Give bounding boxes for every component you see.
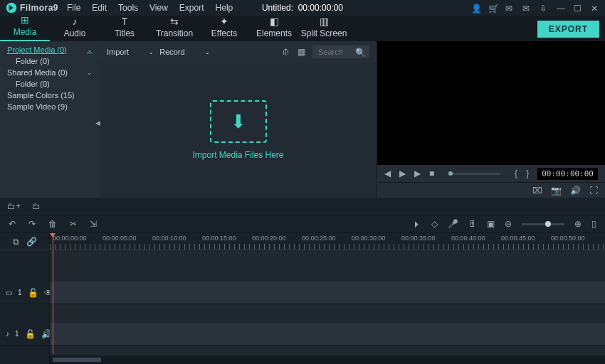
ruler-label: 00:00:20:00: [252, 235, 286, 242]
playhead[interactable]: [53, 233, 53, 354]
next-frame-button[interactable]: ▶: [414, 168, 421, 178]
menu-tools[interactable]: Tools: [118, 3, 138, 13]
zoom-thumb[interactable]: [545, 221, 551, 227]
timeline-body[interactable]: 00:00:00:00 00:00:05:00 00:00:10:00 00:0…: [50, 233, 605, 364]
track-spacer: [50, 250, 605, 282]
play-button[interactable]: ▶: [399, 168, 406, 178]
tab-transition[interactable]: ⇆Transition: [149, 16, 199, 41]
tab-transition-label: Transition: [156, 28, 193, 38]
timeline-tracks[interactable]: [50, 250, 605, 354]
import-dropdown[interactable]: Import⌄: [107, 48, 154, 56]
grid-view-icon[interactable]: ▦: [298, 47, 305, 57]
video-track-header[interactable]: ▭ 1 🔓 👁: [0, 282, 49, 304]
tab-elements[interactable]: ◧Elements: [249, 16, 299, 41]
menu-export[interactable]: Export: [179, 3, 204, 13]
tab-effects-label: Effects: [211, 28, 237, 38]
fullscreen-icon[interactable]: ⛶: [589, 186, 598, 196]
sidebar-label: Sample Video (9): [7, 102, 68, 111]
marker-icon[interactable]: ◇: [431, 219, 438, 229]
stop-button[interactable]: ■: [429, 168, 434, 178]
chevron-down-icon[interactable]: ⌄: [87, 46, 93, 53]
link-icon[interactable]: 🔗: [26, 237, 37, 247]
mixer-icon[interactable]: 🎚: [468, 219, 477, 229]
sidebar-item-folder-0b[interactable]: Folder (0): [0, 78, 100, 90]
export-button[interactable]: EXPORT: [537, 21, 599, 38]
maximize-button[interactable]: ☐: [574, 4, 582, 12]
message-icon[interactable]: ✉: [522, 4, 531, 12]
chevron-down-icon[interactable]: ⌄: [87, 69, 93, 76]
record-dropdown[interactable]: Record⌄: [159, 48, 209, 56]
redo-button[interactable]: ↷: [28, 219, 36, 229]
undo-button[interactable]: ↶: [9, 219, 16, 229]
track-header-spacer: [0, 250, 49, 282]
open-folder-icon[interactable]: 🗀: [32, 201, 41, 211]
track-spacer: [50, 304, 605, 323]
mark-out-icon[interactable]: }: [526, 168, 529, 178]
seek-thumb[interactable]: [448, 171, 453, 176]
menu-edit[interactable]: Edit: [92, 3, 107, 13]
account-icon[interactable]: 👤: [471, 4, 480, 12]
preview-extra: ⌧ 📷 🔊 ⛶: [377, 182, 605, 198]
delete-button[interactable]: 🗑: [48, 219, 57, 229]
tab-splitscreen[interactable]: ▥Split Screen: [299, 16, 349, 41]
quality-icon[interactable]: ⌧: [532, 186, 542, 196]
tab-effects[interactable]: ✦Effects: [199, 16, 249, 41]
ruler-label: 00:00:25:00: [302, 235, 336, 242]
zoom-out-button[interactable]: ⊖: [505, 219, 512, 229]
timeline-ruler[interactable]: 00:00:00:00 00:00:05:00 00:00:10:00 00:0…: [50, 233, 605, 250]
tab-audio[interactable]: ♪Audio: [50, 16, 100, 41]
zoom-slider[interactable]: [522, 223, 564, 225]
audio-track[interactable]: [50, 323, 605, 346]
import-dropzone[interactable]: ⬇: [210, 100, 267, 143]
zoom-in-button[interactable]: ⊕: [574, 219, 582, 229]
sidebar-item-project-media[interactable]: Project Media (0)⌄: [0, 44, 100, 55]
video-track-number: 1: [18, 289, 22, 296]
cart-icon[interactable]: 🛒: [488, 4, 497, 12]
manage-tracks-icon[interactable]: ⧉: [13, 237, 19, 247]
filter-icon[interactable]: ⫛: [282, 47, 290, 57]
search-icon[interactable]: 🔍: [355, 48, 366, 58]
new-folder-icon[interactable]: 🗀+: [7, 201, 21, 211]
prev-frame-button[interactable]: ◀: [384, 168, 391, 178]
timeline-scrollbar[interactable]: [50, 355, 605, 364]
sidebar-item-sample-colors[interactable]: Sample Colors (15): [0, 90, 100, 101]
ruler-ticks: [50, 244, 605, 250]
search-wrap: 🔍: [312, 46, 369, 58]
tab-titles[interactable]: TTitles: [100, 16, 149, 41]
tab-splitscreen-label: Split Screen: [301, 28, 347, 38]
lock-icon[interactable]: 🔓: [28, 288, 38, 298]
seek-bar[interactable]: [448, 173, 500, 175]
audio-track-header[interactable]: ♪ 1 🔓 🔊: [0, 323, 49, 346]
crop-button[interactable]: ⇲: [90, 219, 97, 229]
menu-file[interactable]: File: [67, 3, 80, 13]
sidebar-item-sample-video[interactable]: Sample Video (9): [0, 101, 100, 112]
volume-icon[interactable]: 🔊: [570, 186, 581, 196]
notify-icon[interactable]: ✉: [505, 4, 514, 12]
split-button[interactable]: ✂: [70, 219, 77, 229]
update-icon[interactable]: ⇩: [540, 4, 548, 12]
sidebar-item-shared-media[interactable]: Shared Media (0)⌄: [0, 67, 100, 78]
preview-viewport: [377, 41, 605, 165]
sidebar-item-folder-0a[interactable]: Folder (0): [0, 55, 100, 67]
logo-icon: [6, 2, 17, 14]
snap-icon[interactable]: ▣: [487, 219, 495, 229]
tab-media[interactable]: ⊞Media: [0, 14, 50, 41]
menu-view[interactable]: View: [149, 3, 168, 13]
media-sidebar: Project Media (0)⌄ Folder (0) Shared Med…: [0, 41, 100, 198]
track-header-spacer: [0, 304, 49, 323]
video-track[interactable]: [50, 282, 605, 304]
title-bar: Filmora9 File Edit Tools View Export Hel…: [0, 0, 605, 16]
snapshot-icon[interactable]: 📷: [551, 186, 562, 196]
lock-icon[interactable]: 🔓: [25, 329, 36, 339]
sidebar-collapse-icon[interactable]: ◀: [95, 119, 100, 127]
sidebar-label: Sample Colors (15): [7, 91, 75, 100]
scrollbar-thumb[interactable]: [53, 358, 101, 362]
voiceover-icon[interactable]: 🎤: [448, 219, 458, 229]
zoom-fit-button[interactable]: ▯: [591, 219, 596, 229]
menu-help[interactable]: Help: [216, 3, 233, 13]
close-button[interactable]: ✕: [591, 4, 599, 12]
mark-in-icon[interactable]: {: [515, 168, 517, 178]
minimize-button[interactable]: —: [557, 4, 565, 12]
preview-transport: ◀ ▶ ▶ ■ { } 00:00:00:00: [377, 165, 605, 182]
render-icon[interactable]: ⏵: [413, 219, 421, 229]
